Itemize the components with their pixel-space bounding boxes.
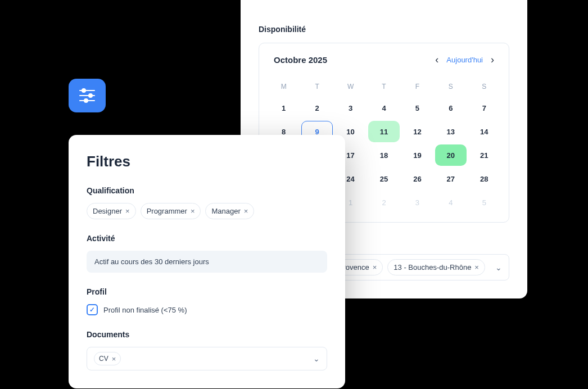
department-tag[interactable]: 13 - Bouches-du-Rhône× (387, 259, 485, 275)
close-icon[interactable]: × (112, 355, 116, 363)
filters-card: Filtres Qualification Designer×Programme… (69, 135, 345, 388)
close-icon[interactable]: × (474, 264, 479, 271)
documents-label: Documents (87, 330, 327, 339)
calendar-weekday: M (268, 78, 299, 95)
chevron-down-icon[interactable]: ⌄ (313, 354, 320, 363)
tag-label: Programmer (147, 207, 187, 215)
chevron-right-icon[interactable]: › (491, 55, 494, 65)
qualification-tag[interactable]: Programmer× (141, 203, 201, 219)
svg-point-5 (84, 99, 88, 102)
calendar-header: Octobre 2025 ‹ Aujourd'hui › (268, 55, 500, 65)
svg-point-3 (89, 94, 92, 97)
activity-value: Actif au cours des 30 derniers jours (87, 251, 327, 273)
calendar-weekday: W (335, 78, 366, 95)
tag-label: Manager (211, 207, 240, 215)
close-icon[interactable]: × (191, 207, 195, 215)
profile-label: Profil (87, 287, 327, 296)
calendar-day[interactable]: 3 (335, 97, 366, 119)
calendar-day[interactable]: 3 (402, 192, 433, 213)
sliders-icon (79, 88, 96, 103)
document-tag[interactable]: CV× (94, 352, 121, 365)
calendar-day[interactable]: 21 (469, 144, 500, 166)
activity-label: Activité (87, 234, 327, 243)
calendar-day[interactable]: 20 (435, 144, 466, 166)
calendar-day[interactable]: 27 (435, 168, 466, 189)
calendar-weekday: T (301, 78, 332, 95)
today-button[interactable]: Aujourd'hui (446, 56, 483, 64)
calendar-day[interactable]: 13 (435, 121, 466, 142)
tag-label: Designer (93, 207, 122, 215)
checkbox-icon[interactable]: ✓ (87, 304, 98, 315)
tag-label: 13 - Bouches-du-Rhône (393, 263, 471, 272)
calendar-day[interactable]: 2 (368, 192, 399, 213)
qualification-label: Qualification (87, 186, 327, 195)
chevron-down-icon[interactable]: ⌄ (495, 263, 502, 272)
calendar-day[interactable]: 18 (368, 144, 399, 166)
filters-title: Filtres (87, 153, 327, 170)
profile-checkbox-row[interactable]: ✓ Profil non finalisé (<75 %) (87, 304, 327, 315)
availability-title: Disponibilité (259, 25, 509, 34)
calendar-day[interactable]: 7 (469, 97, 500, 119)
svg-point-1 (82, 89, 85, 92)
qualification-tag[interactable]: Designer× (87, 203, 136, 219)
calendar-day[interactable]: 19 (402, 144, 433, 166)
documents-tags: CV× (94, 352, 121, 365)
calendar-day[interactable]: 4 (368, 97, 399, 119)
documents-select[interactable]: CV× ⌄ (87, 347, 327, 370)
calendar-day[interactable]: 28 (469, 168, 500, 189)
close-icon[interactable]: × (125, 207, 130, 215)
calendar-month-title: Octobre 2025 (274, 55, 327, 65)
calendar-day[interactable]: 1 (268, 97, 299, 119)
calendar-weekday: S (435, 78, 466, 95)
calendar-day[interactable]: 26 (402, 168, 433, 189)
tag-label: CV (99, 355, 108, 363)
close-icon[interactable]: × (244, 207, 248, 215)
calendar-day[interactable]: 4 (435, 192, 466, 213)
filters-icon-badge (69, 79, 106, 112)
calendar-weekday: F (402, 78, 433, 95)
calendar-day[interactable]: 5 (402, 97, 433, 119)
calendar-day[interactable]: 2 (301, 97, 332, 119)
qualification-tags: Designer×Programmer×Manager× (87, 203, 327, 219)
close-icon[interactable]: × (373, 264, 377, 271)
calendar-day[interactable]: 25 (368, 168, 399, 189)
calendar-day[interactable]: 12 (402, 121, 433, 142)
calendar-day[interactable]: 6 (435, 97, 466, 119)
qualification-tag[interactable]: Manager× (205, 203, 254, 219)
calendar-day[interactable]: 11 (368, 121, 399, 142)
calendar-nav: ‹ Aujourd'hui › (435, 55, 494, 65)
calendar-weekday: S (469, 78, 500, 95)
profile-checkbox-label: Profil non finalisé (<75 %) (103, 306, 187, 314)
calendar-day[interactable]: 14 (469, 121, 500, 142)
calendar-weekday: T (368, 78, 399, 95)
calendar-day[interactable]: 5 (469, 192, 500, 213)
chevron-left-icon[interactable]: ‹ (435, 55, 438, 65)
